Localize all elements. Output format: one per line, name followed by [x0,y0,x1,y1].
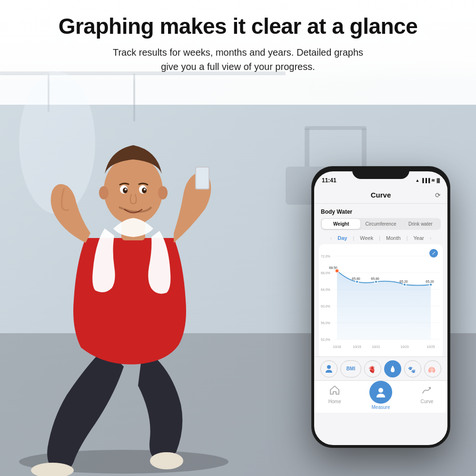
tab-curve-label: Curve [421,399,434,404]
sub-title: Track results for weeks, months and year… [29,45,447,74]
svg-text:65.80: 65.80 [352,277,360,280]
tab-home[interactable]: Home [328,385,341,404]
svg-point-44 [356,280,358,283]
tab-curve[interactable]: Curve [421,385,434,404]
main-title: Graphing makes it clear at a glance [29,14,447,39]
svg-text:🫀: 🫀 [368,366,377,374]
svg-point-23 [142,188,147,193]
metric-icon-person[interactable] [320,360,337,377]
header-area: Graphing makes it clear at a glance Trac… [0,0,476,83]
phone-mockup: 11:41 ▲ ▐▐▐ ≋ ▓ Curve ⟳ Body Water We [312,167,450,447]
tab-home-label: Home [328,399,341,404]
svg-rect-15 [196,168,208,188]
section-label: Body Water [314,204,447,218]
tab-pill-weight[interactable]: Weight [322,219,360,229]
svg-text:65.80: 65.80 [371,277,379,280]
tab-pill-drink[interactable]: Drink water [401,219,440,229]
svg-text:🫁: 🫁 [428,366,436,374]
metric-icon-liver[interactable]: 🫁 [424,360,441,377]
share-icon[interactable]: ⟳ [435,191,441,199]
chart-area: 72.0% 68.0% 64.0% 60.0% 56.0% 52.0% [319,244,443,358]
svg-point-25 [144,188,146,190]
svg-text:60.0%: 60.0% [321,305,330,308]
svg-text:10/19: 10/19 [353,345,361,348]
svg-rect-8 [305,129,309,167]
phone-screen: 11:41 ▲ ▐▐▐ ≋ ▓ Curve ⟳ Body Water We [314,171,447,445]
svg-rect-9 [362,129,367,167]
bottom-tabbar: Home Measure Curve [314,380,447,413]
svg-text:64.0%: 64.0% [321,288,330,291]
svg-point-22 [123,188,128,193]
chart-svg: 72.0% 68.0% 64.0% 60.0% 56.0% 52.0% [319,244,443,358]
signal-icon: ▐▐▐ [421,178,430,183]
svg-text:72.0%: 72.0% [321,255,330,258]
home-icon [329,385,340,398]
metric-icon-water[interactable] [384,360,401,377]
wifi-icon: ≋ [431,178,435,183]
svg-point-18 [99,186,109,199]
svg-point-47 [429,283,432,286]
tab-measure[interactable]: Measure [369,381,392,410]
tab-week[interactable]: Week [356,234,377,242]
app-content: Body Water Weight Circumference Drink wa… [314,204,447,413]
svg-point-43 [335,269,339,273]
curve-icon [422,385,432,398]
app-header: Curve ⟳ [314,187,447,204]
time-tabs: ‹ Day | Week | Month | Year › [321,234,441,242]
metric-icon-muscle[interactable]: 🐾 [404,360,421,377]
svg-text:⤢: ⤢ [432,250,436,256]
svg-text:10/16: 10/16 [333,345,341,348]
tab-measure-label: Measure [372,405,390,410]
svg-point-24 [125,188,127,190]
phone-notch [352,167,409,179]
metric-icon-bmi[interactable]: BMI [340,360,361,377]
svg-text:65.20: 65.20 [399,280,408,283]
status-icons: ▲ ▐▐▐ ≋ ▓ [415,178,440,183]
tab-month[interactable]: Month [382,234,405,242]
svg-text:52.0%: 52.0% [321,338,330,341]
svg-text:56.0%: 56.0% [321,321,330,325]
tab-year[interactable]: Year [410,234,428,242]
status-time: 11:41 [322,177,337,184]
svg-point-55 [327,365,331,369]
svg-point-46 [403,283,406,286]
svg-point-17 [104,156,163,225]
svg-rect-10 [305,126,367,130]
phone-frame: 11:41 ▲ ▐▐▐ ≋ ▓ Curve ⟳ Body Water We [312,167,450,447]
svg-point-59 [378,388,383,393]
battery-icon: ▓ [436,178,440,183]
tab-pills: Weight Circumference Drink water [321,218,441,230]
person-area [0,86,286,476]
location-icon: ▲ [415,178,419,183]
svg-text:10/25: 10/25 [426,345,435,348]
svg-text:10/21: 10/21 [372,345,380,348]
svg-point-12 [150,452,183,469]
svg-text:65.20: 65.20 [426,280,434,283]
svg-point-45 [375,280,377,283]
tab-day[interactable]: Day [334,234,351,242]
svg-text:🐾: 🐾 [408,366,416,374]
metric-icons-row: BMI 🫀 🐾 🫁 [314,357,447,380]
tab-pill-circumference[interactable]: Circumference [361,219,400,229]
person-illustration [0,86,286,476]
metric-icon-fat[interactable]: 🫀 [364,360,381,377]
svg-point-19 [158,186,168,199]
app-title-text: Curve [371,191,391,199]
svg-text:10/23: 10/23 [400,345,409,348]
svg-text:68.0%: 68.0% [321,271,330,275]
